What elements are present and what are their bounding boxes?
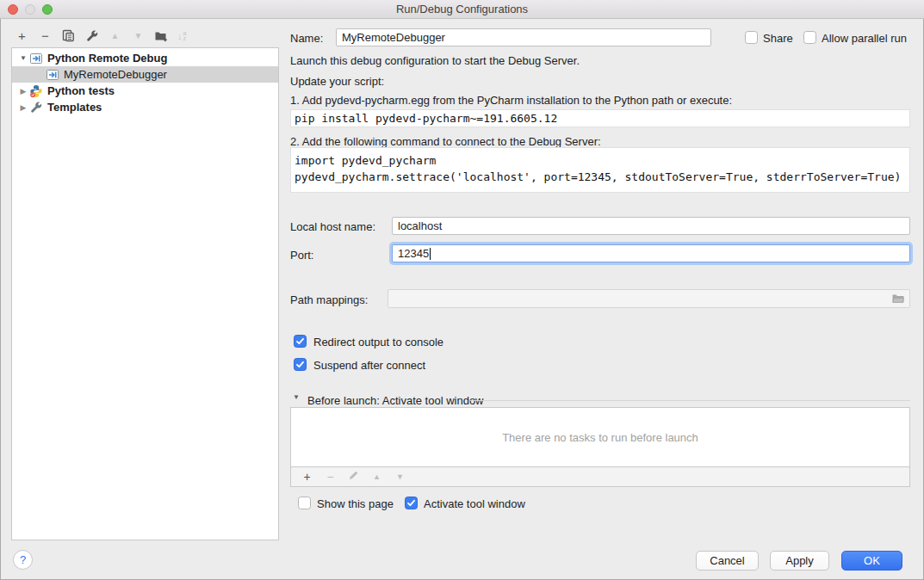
before-launch-tasks-list[interactable]: There are no tasks to run before launch — [290, 407, 910, 467]
update-script-text: Update your script: — [290, 75, 384, 88]
intro-text: Launch this debug configuration to start… — [290, 54, 580, 67]
chevron-right-icon[interactable]: ▶ — [17, 103, 29, 112]
tasks-empty-text: There are no tasks to run before launch — [502, 431, 698, 444]
activate-tool-window-checkbox[interactable] — [405, 497, 418, 509]
move-task-up-icon: ▲ — [370, 472, 383, 481]
name-label: Name: — [290, 32, 323, 45]
local-host-name-label: Local host name: — [290, 220, 375, 233]
tree-item-python-remote-debug[interactable]: ▼ Python Remote Debug — [12, 50, 278, 66]
tree-item-label[interactable]: Templates — [47, 101, 102, 114]
code-line-1: import pydevd_pycharm — [295, 154, 436, 167]
new-folder-icon[interactable] — [154, 28, 169, 43]
move-up-icon: ▲ — [108, 28, 122, 43]
tree-item-myremotedebugger[interactable]: MyRemoteDebugger — [12, 66, 278, 83]
remote-debug-icon — [46, 68, 59, 82]
remove-task-icon: − — [324, 470, 337, 484]
sort-configurations-icon: ↓ az — [177, 31, 186, 41]
port-label: Port: — [290, 249, 313, 262]
window-title: Run/Debug Configurations — [0, 3, 924, 15]
pip-command-code[interactable]: pip install pydevd-pycharm~=191.6605.12 — [290, 109, 910, 127]
chevron-down-icon[interactable]: ▼ — [17, 54, 29, 62]
configurations-toolbar: + − ▲ ▼ ↓ az — [15, 28, 186, 43]
browse-folder-icon[interactable] — [891, 293, 905, 307]
cancel-button[interactable]: Cancel — [696, 551, 759, 571]
tree-item-label[interactable]: Python tests — [47, 84, 115, 97]
port-value: 12345 — [398, 247, 429, 260]
configurations-tree: ▼ Python Remote Debug MyRemoteDebugger ▶… — [11, 47, 279, 540]
path-mappings-label: Path mappings: — [290, 293, 368, 306]
tree-item-templates[interactable]: ▶ Templates — [12, 99, 278, 115]
tree-item-label[interactable]: Python Remote Debug — [47, 52, 167, 65]
move-down-icon: ▼ — [131, 28, 146, 43]
suspend-after-connect-checkbox[interactable] — [294, 358, 307, 371]
before-launch-title[interactable]: Before launch: Activate tool window — [307, 394, 484, 407]
redirect-output-label[interactable]: Redirect output to console — [313, 336, 443, 349]
before-launch-collapse-icon[interactable]: ▼ — [293, 393, 300, 401]
help-button[interactable]: ? — [13, 550, 33, 570]
show-this-page-label[interactable]: Show this page — [317, 497, 394, 510]
share-label[interactable]: Share — [763, 32, 793, 45]
tree-item-python-tests[interactable]: ▶ Python tests — [12, 83, 278, 99]
python-tests-icon — [29, 84, 43, 98]
apply-button[interactable]: Apply — [770, 551, 829, 571]
edit-templates-icon[interactable] — [84, 28, 99, 43]
code-line-2: pydevd_pycharm.settrace('localhost', por… — [295, 170, 901, 183]
title-bar: Run/Debug Configurations — [0, 0, 924, 19]
suspend-after-connect-label[interactable]: Suspend after connect — [313, 359, 425, 372]
chevron-right-icon[interactable]: ▶ — [17, 87, 29, 96]
tasks-toolbar: + − ▲ ▼ — [290, 467, 910, 487]
show-this-page-checkbox[interactable] — [298, 497, 311, 509]
text-cursor — [430, 248, 431, 260]
port-input[interactable]: 12345 — [392, 244, 910, 262]
name-input[interactable]: MyRemoteDebugger — [336, 28, 711, 46]
path-mappings-input[interactable] — [388, 289, 910, 308]
copy-configuration-icon[interactable] — [61, 28, 76, 43]
edit-task-icon — [347, 470, 360, 484]
share-checkbox[interactable] — [745, 31, 758, 44]
local-host-name-value: localhost — [398, 219, 442, 232]
allow-parallel-run-checkbox[interactable] — [803, 31, 816, 44]
step1-text: 1. Add pydevd-pycharm.egg from the PyCha… — [290, 94, 732, 107]
remove-configuration-icon[interactable]: − — [38, 28, 53, 43]
tree-item-label[interactable]: MyRemoteDebugger — [64, 68, 167, 81]
local-host-name-input[interactable]: localhost — [392, 217, 910, 235]
settrace-code-block[interactable]: import pydevd_pycharm pydevd_pycharm.set… — [290, 147, 910, 193]
add-configuration-icon[interactable]: + — [15, 28, 29, 43]
add-task-icon[interactable]: + — [301, 470, 313, 484]
run-debug-configurations-dialog: Run/Debug Configurations + − ▲ ▼ ↓ az ▼ … — [0, 0, 924, 580]
activate-tool-window-label[interactable]: Activate tool window — [424, 497, 525, 510]
wrench-icon — [29, 101, 43, 114]
step2-text: 2. Add the following command to connect … — [290, 135, 601, 148]
remote-debug-icon — [29, 52, 43, 65]
move-task-down-icon: ▼ — [394, 472, 406, 481]
redirect-output-checkbox[interactable] — [294, 335, 307, 348]
name-input-value: MyRemoteDebugger — [342, 31, 445, 44]
ok-button[interactable]: OK — [841, 551, 902, 571]
allow-parallel-run-label[interactable]: Allow parallel run — [822, 32, 907, 45]
before-launch-separator — [470, 400, 910, 401]
